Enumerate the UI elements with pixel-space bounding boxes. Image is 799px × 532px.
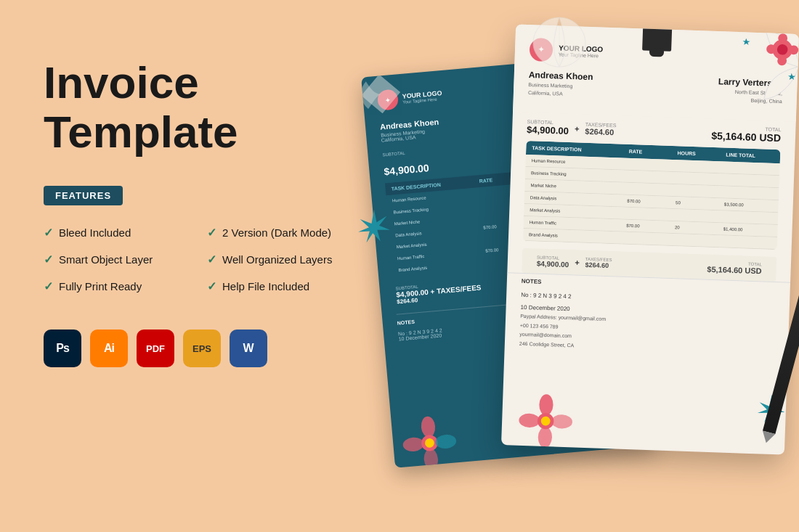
flower-back-tl bbox=[361, 59, 416, 130]
right-panel: ✦ YOUR LOGO Your Tagline Here Andreas Kh… bbox=[320, 0, 799, 532]
svg-point-7 bbox=[423, 449, 439, 468]
plus-sign: + bbox=[575, 124, 580, 133]
left-panel: Invoice Template FEATURES ✓ Bleed Includ… bbox=[44, 58, 356, 367]
hours-header-front: HOURS bbox=[677, 150, 726, 157]
inv-front-from-sub2: California, USA bbox=[528, 89, 593, 99]
word-icon: W bbox=[230, 330, 267, 367]
ai-label: Ai bbox=[104, 342, 114, 355]
check-icon-2: ✓ bbox=[207, 226, 216, 240]
photoshop-icon: Ps bbox=[44, 330, 81, 367]
feature-label-2: 2 Version (Dark Mode) bbox=[222, 226, 331, 239]
svg-point-6 bbox=[421, 416, 437, 438]
feature-smart-object: ✓ Smart Object Layer bbox=[44, 253, 192, 266]
inv-front-total2: TOTAL $5,164.60 USD bbox=[707, 261, 762, 276]
eps-label: EPS bbox=[192, 343, 211, 354]
ps-label: Ps bbox=[56, 342, 69, 355]
pdf-label: PDF bbox=[146, 343, 165, 354]
line-header-front: LINE TOTAL bbox=[726, 152, 774, 159]
subtotal-val: $4,900.00 bbox=[527, 123, 569, 136]
inv-front-taxes-block: TAXES/FEES $264.60 bbox=[585, 122, 616, 136]
inv-front-total-block: TOTAL $5,164.60 USD bbox=[711, 125, 781, 144]
check-icon-1: ✓ bbox=[44, 226, 53, 240]
flower-left-middle bbox=[349, 203, 400, 254]
taxes-val: $264.60 bbox=[585, 127, 616, 136]
spacer bbox=[622, 130, 705, 133]
leaf-decoration bbox=[530, 15, 588, 73]
feature-label-1: Bleed Included bbox=[59, 226, 131, 239]
check-icon-6: ✓ bbox=[207, 279, 216, 293]
feature-label-4: Well Organized Layers bbox=[222, 253, 332, 266]
svg-point-18 bbox=[539, 394, 553, 415]
binder-clip bbox=[642, 24, 673, 58]
feature-bleed-included: ✓ Bleed Included bbox=[44, 226, 192, 240]
flower-front-bl bbox=[516, 391, 576, 451]
illustrator-icon: Ai bbox=[90, 330, 128, 367]
rate-header-front: RATE bbox=[629, 149, 678, 155]
feature-label-5: Fully Print Ready bbox=[59, 280, 142, 292]
inv-front-subtotal-block: SUBTOTAL $4,900.00 bbox=[527, 118, 569, 136]
invoice-front: ✦ YOUR LOGO Your Tagline Here Andreas Kh… bbox=[501, 24, 799, 454]
eps-icon: EPS bbox=[183, 330, 221, 367]
feature-label-3: Smart Object Layer bbox=[59, 253, 153, 266]
clip-body bbox=[642, 24, 672, 51]
check-icon-3: ✓ bbox=[44, 253, 53, 266]
app-icons-row: Ps Ai PDF EPS W bbox=[44, 330, 356, 367]
check-icon-5: ✓ bbox=[44, 279, 53, 293]
svg-point-20 bbox=[519, 413, 540, 427]
inv-front-subtotal2: SUBTOTAL $4,900.00 bbox=[537, 255, 569, 269]
feature-label-6: Help File Included bbox=[222, 280, 309, 292]
svg-point-8 bbox=[402, 437, 424, 453]
check-icon-4: ✓ bbox=[207, 253, 216, 266]
total-val: $5,164.60 USD bbox=[711, 130, 781, 144]
flower-front-tr bbox=[724, 24, 799, 107]
feature-print-ready: ✓ Fully Print Ready bbox=[44, 279, 192, 293]
svg-point-21 bbox=[551, 414, 572, 429]
inv-front-contact: Paypal Address: yourmail@gmail.com +00 1… bbox=[504, 311, 789, 364]
svg-point-19 bbox=[538, 427, 552, 448]
inv-front-from: Andreas Khoen Business Marketing Califor… bbox=[528, 70, 593, 99]
features-grid: ✓ Bleed Included ✓ 2 Version (Dark Mode)… bbox=[44, 226, 356, 293]
word-label: W bbox=[243, 342, 254, 355]
task-header: TASK DESCRIPTION bbox=[532, 145, 629, 154]
acrobat-icon: PDF bbox=[137, 330, 174, 367]
inv-front-table: TASK DESCRIPTION RATE HOURS LINE TOTAL H… bbox=[523, 141, 781, 250]
page-title: Invoice Template bbox=[44, 58, 356, 157]
flower-back-bl bbox=[398, 412, 461, 468]
svg-point-9 bbox=[435, 434, 457, 450]
inv-front-taxes2: TAXES/FEES $264.60 bbox=[585, 257, 612, 269]
features-badge: FEATURES bbox=[44, 186, 123, 205]
